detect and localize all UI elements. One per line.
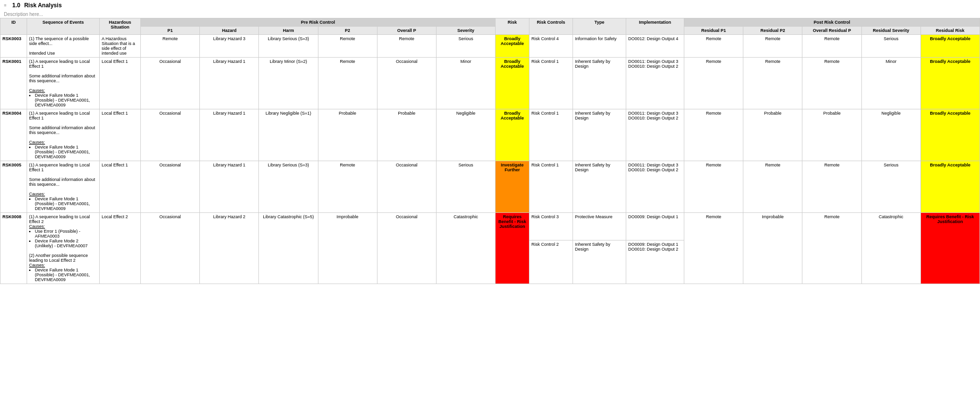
cell-seq: (1) A sequence leading to Local Effect 1…: [27, 109, 100, 161]
cell-type: Inherent Safety by Design: [573, 240, 626, 284]
cell-risk-control: Risk Control 1: [529, 58, 573, 109]
cell-overall-res-p: Remote: [802, 213, 861, 284]
page-title: Risk Analysis: [24, 2, 62, 9]
col-severity: Severity: [436, 27, 495, 35]
col-overall-res-p: Overall Residual P: [802, 27, 861, 35]
cell-p2: Remote: [318, 58, 377, 109]
cell-impl: DO0011: Design Output 3DO0010: Design Ou…: [626, 109, 684, 161]
cell-overall-res-p: Remote: [802, 161, 861, 213]
cell-haz-sit: A Hazardous Situation that is a side eff…: [100, 35, 141, 58]
cell-type: Inherent Safety by Design: [573, 58, 626, 109]
cell-res-p2: Remote: [743, 161, 802, 213]
cell-severity: Minor: [436, 58, 495, 109]
cell-impl: DO0012: Design Output 4: [626, 35, 684, 58]
col-res-severity: Residual Severity: [861, 27, 920, 35]
cell-seq: (1) A sequence leading to Local Effect 2…: [27, 213, 100, 284]
cell-risk: Broadly Acceptable: [496, 35, 529, 58]
description: Description here...: [0, 11, 980, 18]
cell-res-risk: Broadly Acceptable: [920, 161, 980, 213]
col-haz-sit: Hazardous Situation: [100, 18, 141, 35]
cell-id: RSK0004: [0, 109, 27, 161]
cell-res-risk: Broadly Acceptable: [920, 58, 980, 109]
cell-id: RSK0005: [0, 161, 27, 213]
version-label: 1.0: [12, 2, 20, 9]
cell-overall-res-p: Remote: [802, 58, 861, 109]
cell-severity: Catastrophic: [436, 213, 495, 284]
cell-impl: DO0011: Design Output 3DO0010: Design Ou…: [626, 58, 684, 109]
table-row: RSK0008(1) A sequence leading to Local E…: [0, 213, 980, 240]
col-hazard: Hazard: [200, 27, 259, 35]
cell-overall-p: Remote: [377, 35, 436, 58]
cell-p1: Occasional: [141, 109, 200, 161]
cell-p2: Remote: [318, 35, 377, 58]
cell-risk: Investigate Further: [496, 161, 529, 213]
cell-p1: Occasional: [141, 161, 200, 213]
cell-impl: DO0009: Design Output 1: [626, 213, 684, 240]
col-type: Type: [573, 18, 626, 35]
cell-risk-control: Risk Control 2: [529, 240, 573, 284]
cell-res-p1: Remote: [684, 35, 743, 58]
cell-risk-control: Risk Control 1: [529, 161, 573, 213]
cell-harm: Library Negligible (S=1): [259, 109, 318, 161]
cell-res-risk: Broadly Acceptable: [920, 35, 980, 58]
cell-harm: Library Catastrophic (S=5): [259, 213, 318, 284]
col-res-p1: Residual P1: [684, 27, 743, 35]
col-p1: P1: [141, 27, 200, 35]
cell-p1: Remote: [141, 35, 200, 58]
cell-res-p2: Probable: [743, 109, 802, 161]
cell-overall-p: Occasional: [377, 58, 436, 109]
cell-seq: (1) A sequence leading to Local Effect 1…: [27, 58, 100, 109]
cell-hazard: Library Hazard 1: [200, 109, 259, 161]
col-risk-controls: Risk Controls: [529, 18, 573, 35]
cell-seq: (1) A sequence leading to Local Effect 1…: [27, 161, 100, 213]
cell-id: RSK0008: [0, 213, 27, 284]
cell-res-p1: Remote: [684, 161, 743, 213]
cell-severity: Serious: [436, 35, 495, 58]
cell-p2: Probable: [318, 109, 377, 161]
col-risk: Risk: [496, 18, 529, 35]
col-id: ID: [0, 18, 27, 35]
table-row: RSK0004(1) A sequence leading to Local E…: [0, 109, 980, 161]
cell-severity: Negligible: [436, 109, 495, 161]
cell-impl: DO0009: Design Output 1DO0010: Design Ou…: [626, 240, 684, 284]
table-row: RSK0003(1) The sequence of a possible si…: [0, 35, 980, 58]
cell-overall-p: Probable: [377, 109, 436, 161]
col-p2: P2: [318, 27, 377, 35]
cell-risk-control: Risk Control 3: [529, 213, 573, 240]
cell-res-p1: Remote: [684, 109, 743, 161]
cell-harm: Library Serious (S=3): [259, 35, 318, 58]
risk-table-container: ID Sequence of Events Hazardous Situatio…: [0, 18, 980, 284]
cell-id: RSK0001: [0, 58, 27, 109]
cell-risk: Requires Benefit - Risk Justification: [496, 213, 529, 284]
risk-analysis-table: ID Sequence of Events Hazardous Situatio…: [0, 18, 980, 284]
cell-haz-sit: Local Effect 1: [100, 161, 141, 213]
cell-harm: Library Minor (S=2): [259, 58, 318, 109]
cell-type: Protective Measure: [573, 213, 626, 240]
col-overall-p: Overall P: [377, 27, 436, 35]
col-harm: Harm: [259, 27, 318, 35]
cell-risk: Broadly Acceptable: [496, 109, 529, 161]
cell-res-risk: Broadly Acceptable: [920, 109, 980, 161]
table-row: RSK0005(1) A sequence leading to Local E…: [0, 161, 980, 213]
cell-harm: Library Serious (S=3): [259, 161, 318, 213]
cell-seq: (1) The sequence of a possible side effe…: [27, 35, 100, 58]
cell-risk-control: Risk Control 1: [529, 109, 573, 161]
cell-p2: Improbable: [318, 213, 377, 284]
cell-res-p2: Remote: [743, 35, 802, 58]
cell-type: Inherent Safety by Design: [573, 109, 626, 161]
col-res-risk: Residual Risk: [920, 27, 980, 35]
cell-id: RSK0003: [0, 35, 27, 58]
cell-impl: DO0011: Design Output 3DO0010: Design Ou…: [626, 161, 684, 213]
col-impl: Implementation: [626, 18, 684, 35]
cell-res-risk: Requires Benefit - Risk Justification: [920, 213, 980, 284]
cell-res-p1: Remote: [684, 213, 743, 284]
cell-res-p2: Improbable: [743, 213, 802, 284]
cell-res-severity: Serious: [861, 35, 920, 58]
cell-hazard: Library Hazard 1: [200, 161, 259, 213]
cell-hazard: Library Hazard 3: [200, 35, 259, 58]
table-row: RSK0001(1) A sequence leading to Local E…: [0, 58, 980, 109]
cell-risk: Broadly Acceptable: [496, 58, 529, 109]
page-header: ≡ 1.0 Risk Analysis: [0, 0, 980, 11]
cell-haz-sit: Local Effect 1: [100, 58, 141, 109]
cell-res-severity: Catastrophic: [861, 213, 920, 284]
